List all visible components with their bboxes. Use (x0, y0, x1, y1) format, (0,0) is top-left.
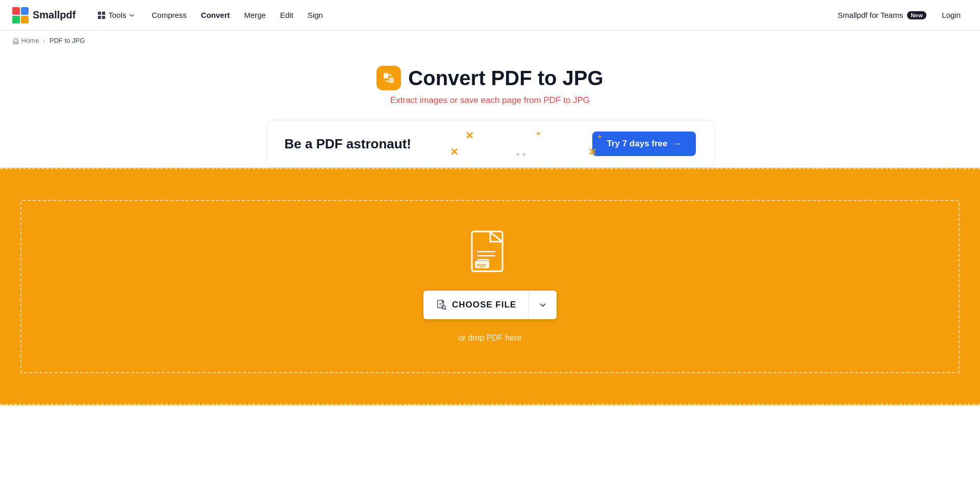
svg-rect-9 (389, 77, 394, 83)
promo-button-arrow: → (673, 139, 682, 149)
deco-dot-1 (516, 153, 519, 156)
title-icon (376, 66, 401, 90)
page-subtitle: Extract images or save each page from PD… (376, 95, 603, 106)
page-title: Convert PDF to JPG (408, 67, 603, 90)
chevron-down-icon (128, 12, 135, 19)
promo-text: Be a PDF astronaut! (285, 136, 412, 152)
svg-rect-4 (98, 11, 101, 14)
nav-merge[interactable]: Merge (237, 8, 273, 22)
teams-button[interactable]: Smallpdf for Teams New (838, 11, 926, 19)
main-content: Convert PDF to JPG Extract images or sav… (0, 50, 980, 405)
teams-label: Smallpdf for Teams (838, 11, 903, 19)
header: Smallpdf Tools Compress Convert Merge Ed… (0, 0, 980, 31)
svg-rect-12 (477, 255, 495, 256)
header-right: Smallpdf for Teams New Login (838, 8, 968, 22)
deco-cross-4: + (597, 133, 601, 141)
svg-rect-2 (12, 16, 20, 23)
promo-button-label: Try 7 days free (607, 139, 667, 149)
login-button[interactable]: Login (935, 8, 968, 22)
svg-rect-8 (384, 73, 389, 79)
promo-button[interactable]: Try 7 days free → (592, 132, 695, 156)
new-badge: New (907, 11, 926, 19)
breadcrumb-home[interactable]: Home (12, 37, 39, 44)
svg-rect-1 (21, 7, 29, 15)
subtitle-prefix: Extract images or save each page from (390, 95, 543, 105)
svg-rect-3 (21, 16, 29, 23)
drop-zone[interactable]: PDF CHOOSE FILE (0, 168, 980, 405)
breadcrumb-current: PDF to JPG (49, 37, 85, 44)
deco-cross-2: ✕ (450, 146, 459, 158)
drop-zone-inner[interactable]: PDF CHOOSE FILE (20, 200, 960, 373)
file-select-icon (436, 299, 447, 311)
choose-file-button[interactable]: CHOOSE FILE (423, 291, 557, 319)
deco-cross-5: ✕ (588, 146, 597, 158)
dropdown-chevron-icon (538, 300, 547, 309)
logo-icon (12, 7, 29, 23)
breadcrumb-home-label: Home (21, 37, 39, 44)
choose-file-label: CHOOSE FILE (452, 300, 516, 310)
choose-file-dropdown[interactable] (529, 291, 557, 319)
convert-icon (382, 71, 395, 85)
deco-cross-3: + (537, 130, 541, 138)
subtitle-highlight: PDF to JPG (543, 95, 590, 105)
svg-rect-6 (98, 15, 101, 18)
nav-compress[interactable]: Compress (144, 8, 193, 22)
logo-text: Smallpdf (33, 9, 76, 21)
svg-rect-13 (477, 259, 489, 261)
nav-edit[interactable]: Edit (273, 8, 300, 22)
logo-link[interactable]: Smallpdf (12, 7, 76, 23)
nav-convert[interactable]: Convert (194, 8, 237, 22)
drop-text: or drop PDF here (459, 333, 522, 343)
breadcrumb: Home › PDF to JPG (0, 31, 980, 50)
title-row: Convert PDF to JPG (376, 66, 603, 90)
svg-text:PDF: PDF (477, 263, 487, 268)
svg-rect-5 (102, 11, 105, 14)
grid-icon (97, 11, 106, 20)
pdf-file-icon: PDF (470, 230, 511, 276)
home-icon (12, 37, 19, 44)
breadcrumb-separator: › (43, 37, 45, 44)
deco-cross-1: ✕ (465, 130, 474, 142)
title-section: Convert PDF to JPG Extract images or sav… (376, 66, 603, 106)
svg-rect-7 (102, 15, 105, 18)
nav-sign[interactable]: Sign (300, 8, 330, 22)
choose-file-main[interactable]: CHOOSE FILE (423, 291, 529, 319)
svg-rect-11 (477, 251, 495, 252)
promo-banner: ✕ ✕ + + ✕ Be a PDF astronaut! Try 7 days… (266, 120, 715, 168)
tools-label: Tools (108, 11, 126, 19)
deco-dot-2 (522, 153, 525, 156)
tools-menu[interactable]: Tools (92, 8, 140, 23)
svg-rect-0 (12, 7, 20, 15)
